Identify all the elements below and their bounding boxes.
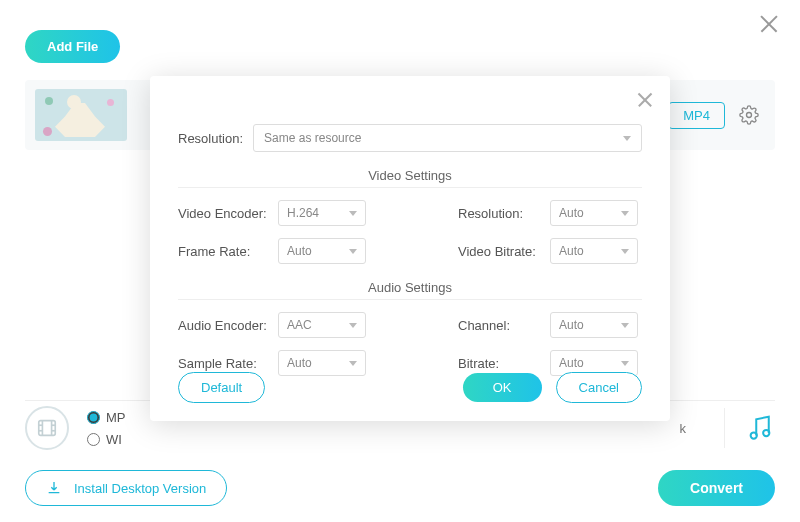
video-encoder-label: Video Encoder: — [178, 206, 278, 221]
radio-wi-input[interactable] — [87, 433, 100, 446]
frame-rate-value: Auto — [287, 244, 312, 258]
bitrate-value: Auto — [559, 356, 584, 370]
modal-close-icon[interactable] — [636, 90, 654, 108]
convert-button[interactable]: Convert — [658, 470, 775, 506]
radio-wi-label: WI — [106, 432, 122, 447]
radio-mp-label: MP — [106, 410, 126, 425]
settings-modal: Resolution: Same as resource Video Setti… — [150, 76, 670, 421]
radio-mp-input[interactable] — [87, 411, 100, 424]
add-file-button[interactable]: Add File — [25, 30, 120, 63]
video-bitrate-select[interactable]: Auto — [550, 238, 638, 264]
channel-label: Channel: — [458, 318, 550, 333]
bitrate-label: Bitrate: — [458, 356, 550, 371]
resolution-top-label: Resolution: — [178, 131, 243, 146]
format-badge[interactable]: MP4 — [668, 102, 725, 129]
resolution-top-select[interactable]: Same as resource — [253, 124, 642, 152]
svg-point-0 — [747, 113, 752, 118]
sample-rate-value: Auto — [287, 356, 312, 370]
resolution-top-value: Same as resource — [264, 131, 361, 145]
format-radios: MP WI — [87, 406, 126, 450]
resolution-select[interactable]: Auto — [550, 200, 638, 226]
radio-wi[interactable]: WI — [87, 428, 126, 450]
film-icon[interactable] — [25, 406, 69, 450]
svg-rect-1 — [39, 421, 56, 436]
chevron-down-icon — [349, 249, 357, 254]
frame-rate-select[interactable]: Auto — [278, 238, 366, 264]
download-icon — [46, 480, 62, 496]
video-encoder-value: H.264 — [287, 206, 319, 220]
chevron-down-icon — [349, 211, 357, 216]
install-label: Install Desktop Version — [74, 481, 206, 496]
audio-encoder-label: Audio Encoder: — [178, 318, 278, 333]
default-button[interactable]: Default — [178, 372, 265, 403]
chevron-down-icon — [621, 211, 629, 216]
partial-text: k — [680, 421, 687, 436]
chevron-down-icon — [623, 136, 631, 141]
resolution-label: Resolution: — [458, 206, 550, 221]
install-desktop-button[interactable]: Install Desktop Version — [25, 470, 227, 506]
channel-select[interactable]: Auto — [550, 312, 638, 338]
divider — [724, 408, 725, 448]
frame-rate-label: Frame Rate: — [178, 244, 278, 259]
svg-point-9 — [763, 430, 769, 436]
audio-encoder-select[interactable]: AAC — [278, 312, 366, 338]
video-encoder-select[interactable]: H.264 — [278, 200, 366, 226]
audio-settings-header: Audio Settings — [178, 280, 642, 300]
music-icon[interactable] — [745, 413, 775, 443]
video-bitrate-value: Auto — [559, 244, 584, 258]
ok-button[interactable]: OK — [463, 373, 542, 402]
sample-rate-label: Sample Rate: — [178, 356, 278, 371]
chevron-down-icon — [621, 361, 629, 366]
cancel-button[interactable]: Cancel — [556, 372, 642, 403]
video-thumbnail[interactable] — [35, 89, 127, 141]
chevron-down-icon — [349, 323, 357, 328]
video-bitrate-label: Video Bitrate: — [458, 244, 550, 259]
resolution-value: Auto — [559, 206, 584, 220]
chevron-down-icon — [621, 249, 629, 254]
svg-point-8 — [751, 432, 757, 438]
video-settings-header: Video Settings — [178, 168, 642, 188]
radio-mp[interactable]: MP — [87, 406, 126, 428]
chevron-down-icon — [621, 323, 629, 328]
chevron-down-icon — [349, 361, 357, 366]
channel-value: Auto — [559, 318, 584, 332]
gear-icon[interactable] — [739, 105, 759, 125]
close-icon[interactable] — [758, 12, 780, 34]
footer: Install Desktop Version Convert — [25, 470, 775, 506]
audio-encoder-value: AAC — [287, 318, 312, 332]
